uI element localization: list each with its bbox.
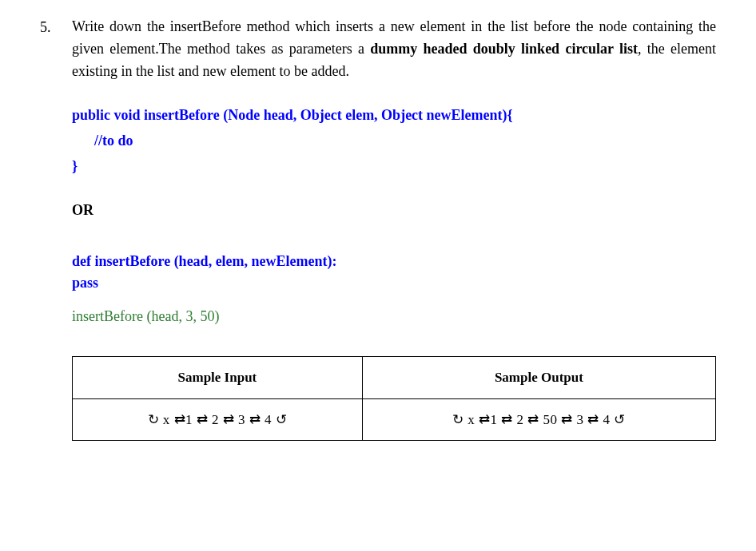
- problem-statement: Write down the insertBefore method which…: [72, 16, 716, 83]
- question-number: 5.: [40, 16, 61, 441]
- java-code-block: public void insertBefore (Node head, Obj…: [72, 102, 716, 180]
- table-header-output: Sample Output: [362, 357, 715, 398]
- function-call-example: insertBefore (head, 3, 50): [72, 305, 716, 328]
- table-row: ↻ x ⇄1 ⇄ 2 ⇄ 3 ⇄ 4 ↺ ↻ x ⇄1 ⇄ 2 ⇄ 50 ⇄ 3…: [73, 398, 716, 440]
- question-body: Write down the insertBefore method which…: [72, 16, 716, 441]
- table-header-input: Sample Input: [73, 357, 363, 398]
- python-code-block: def insertBefore (head, elem, newElement…: [72, 251, 716, 294]
- java-comment: //to do: [72, 128, 716, 153]
- problem-bold-phrase: dummy headed doubly linked circular list: [370, 41, 638, 57]
- sample-output-cell: ↻ x ⇄1 ⇄ 2 ⇄ 50 ⇄ 3 ⇄ 4 ↺: [362, 398, 715, 440]
- sample-table: Sample Input Sample Output ↻ x ⇄1 ⇄ 2 ⇄ …: [72, 356, 716, 440]
- python-pass-line: pass: [72, 272, 716, 294]
- java-signature: public void insertBefore (Node head, Obj…: [72, 102, 716, 128]
- java-close-brace: }: [72, 153, 716, 179]
- python-def-line: def insertBefore (head, elem, newElement…: [72, 251, 716, 272]
- sample-input-cell: ↻ x ⇄1 ⇄ 2 ⇄ 3 ⇄ 4 ↺: [73, 398, 363, 440]
- question-item: 5. Write down the insertBefore method wh…: [40, 16, 716, 441]
- or-label: OR: [72, 199, 716, 222]
